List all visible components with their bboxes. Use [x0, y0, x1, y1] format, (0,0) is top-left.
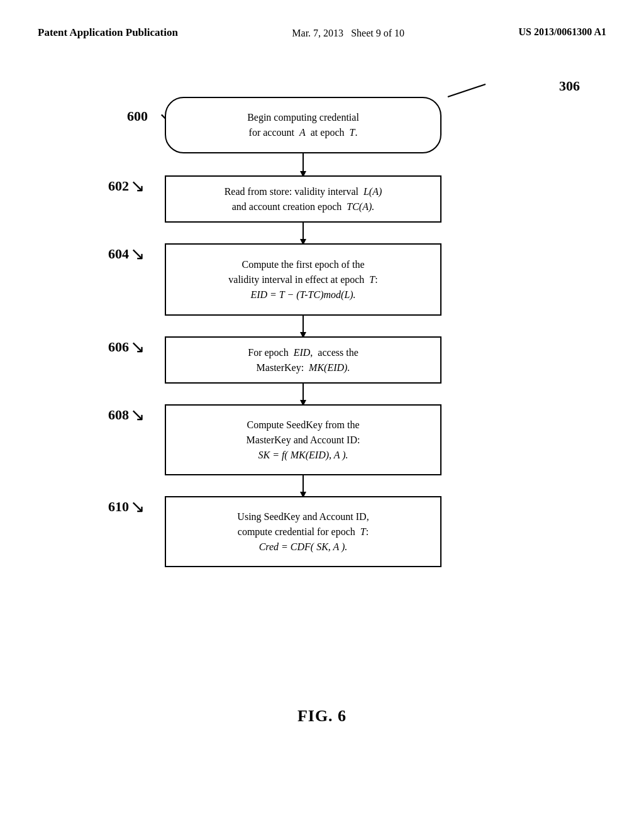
header-publication-label: Patent Application Publication [38, 25, 178, 40]
svg-line-10 [448, 84, 486, 97]
step-602-text: Read from store: validity interval L(A)a… [225, 184, 382, 214]
header-sheet: Sheet 9 of 10 [351, 28, 404, 38]
header-patent-number: US 2013/0061300 A1 [518, 25, 606, 39]
ref-306-label: 306 [559, 78, 580, 94]
step-608-label: 608 ↘ [108, 404, 145, 425]
step-606-label: 606 ↘ [108, 336, 145, 357]
header-date: Mar. 7, 2013 [292, 28, 343, 38]
step-604-label: 604 ↘ [108, 243, 145, 264]
step-608-text: Compute SeedKey from theMasterKey and Ac… [247, 418, 360, 463]
figure-caption: FIG. 6 [0, 707, 644, 726]
step-610-box: Using SeedKey and Account ID,compute cre… [165, 496, 441, 567]
step-610-text: Using SeedKey and Account ID,compute cre… [237, 509, 369, 555]
step-604-box: Compute the first epoch of thevalidity i… [165, 243, 441, 316]
step-608-box: Compute SeedKey from theMasterKey and Ac… [165, 404, 441, 475]
step-600-text: Begin computing credentialfor account A … [247, 110, 359, 140]
step-606-box: For epoch EID, access theMasterKey: MK(E… [165, 336, 441, 384]
step-606-text: For epoch EID, access theMasterKey: MK(E… [248, 345, 358, 375]
step-600-box: Begin computing credentialfor account A … [165, 97, 441, 153]
arrows-svg [45, 78, 599, 694]
header-date-sheet: Mar. 7, 2013 Sheet 9 of 10 [292, 25, 404, 40]
step-602-box: Read from store: validity interval L(A)a… [165, 175, 441, 223]
diagram-area: 306 600 ↘ Begin computing credentialfor … [45, 78, 599, 694]
step-602-label: 602 ↘ [108, 175, 145, 196]
step-610-label: 610 ↘ [108, 496, 145, 517]
step-604-text: Compute the first epoch of thevalidity i… [228, 257, 377, 302]
page-header: Patent Application Publication Mar. 7, 2… [0, 0, 644, 40]
